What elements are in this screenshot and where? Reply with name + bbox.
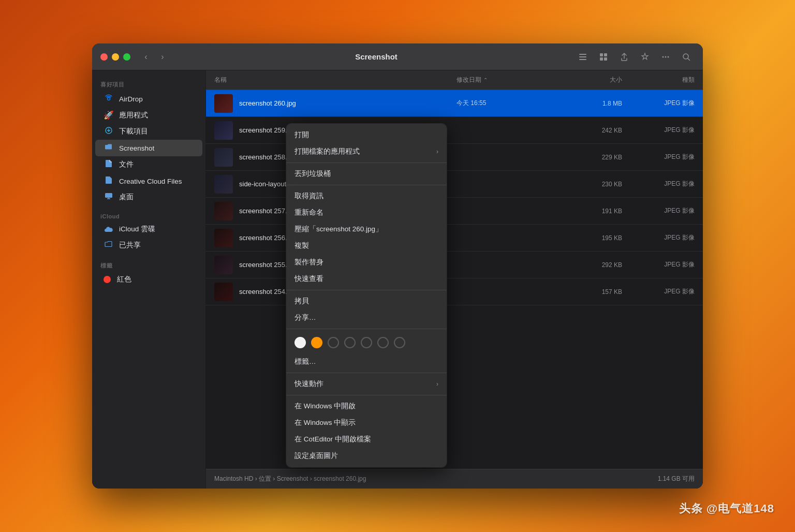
- file-kind: JPEG 影像: [622, 287, 695, 296]
- desktop-icon: [104, 193, 114, 202]
- creative-cloud-label: Creative Cloud Files: [119, 178, 182, 185]
- svg-point-8: [665, 56, 667, 57]
- ctx-copy[interactable]: 拷貝: [286, 293, 447, 309]
- ctx-trash-label: 丟到垃圾桶: [295, 169, 331, 179]
- list-view-button[interactable]: [575, 49, 591, 65]
- tag-clear-dot[interactable]: [328, 337, 339, 348]
- file-row[interactable]: screenshot 260.jpg 今天 16:55 1.8 MB JPEG …: [206, 90, 703, 117]
- col-header-size[interactable]: 大小: [570, 76, 622, 84]
- thumb-preview: [214, 283, 233, 301]
- shared-icon: [104, 240, 114, 250]
- ctx-quick-actions[interactable]: 快速動作 ›: [286, 376, 447, 392]
- sidebar-item-screenshot[interactable]: Screenshot: [95, 140, 202, 156]
- col-header-name[interactable]: 名稱: [214, 76, 457, 84]
- grid-view-button[interactable]: [595, 49, 612, 65]
- tag-red-label: 紅色: [117, 275, 131, 284]
- file-kind: JPEG 影像: [622, 126, 695, 135]
- ctx-share-label: 分享…: [295, 313, 316, 322]
- sidebar-item-shared[interactable]: 已共享: [95, 237, 202, 254]
- ctx-show-windows[interactable]: 在 Windows 中顯示: [286, 415, 447, 431]
- maximize-button[interactable]: [123, 53, 130, 61]
- minimize-button[interactable]: [112, 53, 119, 61]
- svg-rect-4: [604, 53, 607, 56]
- ctx-separator: [286, 373, 447, 373]
- ctx-trash[interactable]: 丟到垃圾桶: [286, 166, 447, 182]
- ctx-separator: [286, 395, 447, 395]
- file-thumbnail: [214, 94, 233, 113]
- file-row[interactable]: screenshot 255.jpg 292 KB JPEG 影像: [206, 252, 703, 278]
- ctx-open-with[interactable]: 打開檔案的應用程式 ›: [286, 143, 447, 160]
- nav-arrows: ‹ ›: [139, 50, 170, 64]
- tag-red-icon: [104, 276, 111, 283]
- ctx-make-alias[interactable]: 製作替身: [286, 254, 447, 271]
- storage-info: 1.14 GB 可用: [658, 475, 695, 483]
- file-row[interactable]: screenshot 259.jpg 242 KB JPEG 影像: [206, 117, 703, 144]
- apps-label: 應用程式: [119, 111, 148, 120]
- ctx-get-info[interactable]: 取得資訊: [286, 188, 447, 204]
- svg-rect-1: [579, 56, 586, 57]
- sidebar-item-tag-red[interactable]: 紅色: [95, 272, 202, 287]
- file-row[interactable]: screenshot 258.jpg 229 KB JPEG 影像: [206, 144, 703, 171]
- close-button[interactable]: [100, 53, 108, 61]
- share-button[interactable]: [616, 49, 632, 65]
- svg-rect-13: [105, 193, 112, 198]
- search-button[interactable]: [678, 49, 695, 65]
- favorites-label: 喜好項目: [92, 77, 205, 91]
- forward-button[interactable]: ›: [155, 50, 170, 64]
- ctx-quicklook[interactable]: 快速查看: [286, 271, 447, 287]
- more-button[interactable]: [657, 49, 674, 65]
- ctx-rename[interactable]: 重新命名: [286, 204, 447, 221]
- sidebar-item-documents[interactable]: 文件: [95, 156, 202, 173]
- ctx-tags-label[interactable]: 標籤…: [286, 353, 447, 370]
- col-header-date[interactable]: 修改日期 ⌃: [457, 76, 570, 84]
- back-button[interactable]: ‹: [139, 50, 153, 64]
- ctx-get-info-label: 取得資訊: [295, 191, 323, 201]
- breadcrumb: Macintosh HD › 位置 › Screenshot › screens…: [214, 475, 654, 483]
- ctx-tags-row: [286, 332, 447, 353]
- tags-label: 標籤: [92, 258, 205, 272]
- screenshot-folder-icon: [104, 143, 114, 153]
- file-kind: JPEG 影像: [622, 233, 695, 242]
- sidebar-item-downloads[interactable]: 下載項目: [95, 123, 202, 140]
- ctx-quicklook-label: 快速查看: [295, 274, 323, 284]
- file-row[interactable]: screenshot 256.jpg 195 KB JPEG 影像: [206, 225, 703, 252]
- file-row[interactable]: side-icon-layout.jpg 230 KB JPEG 影像: [206, 171, 703, 198]
- tag-orange-dot[interactable]: [311, 337, 322, 348]
- file-row[interactable]: screenshot 257.jpg 191 KB JPEG 影像: [206, 198, 703, 225]
- tag-clear-dot-4[interactable]: [377, 337, 389, 348]
- ctx-open[interactable]: 打開: [286, 127, 447, 143]
- file-thumbnail: [214, 148, 233, 167]
- file-row[interactable]: screenshot 254.jpg 157 KB JPEG 影像: [206, 278, 703, 305]
- ctx-open-with-label: 打開檔案的應用程式: [295, 147, 360, 156]
- sidebar-item-airdrop[interactable]: AirDrop: [95, 91, 202, 107]
- svg-rect-6: [604, 57, 607, 61]
- thumb-preview: [214, 175, 233, 194]
- tag-clear-dot-3[interactable]: [361, 337, 372, 348]
- apps-icon: 🚀: [104, 110, 114, 120]
- file-thumbnail: [214, 175, 233, 194]
- sidebar-item-apps[interactable]: 🚀 應用程式: [95, 107, 202, 123]
- ctx-set-desktop[interactable]: 設定桌面圖片: [286, 448, 447, 464]
- col-header-kind[interactable]: 種類: [622, 76, 695, 84]
- ctx-rename-label: 重新命名: [295, 208, 323, 217]
- file-area: 名稱 修改日期 ⌃ 大小 種類 screenshot 260.jpg 今天 16…: [206, 70, 703, 489]
- thumb-preview: [214, 256, 233, 274]
- sidebar-item-desktop[interactable]: 桌面: [95, 189, 202, 205]
- ctx-compress[interactable]: 壓縮「screenshot 260.jpg」: [286, 221, 447, 238]
- tag-button[interactable]: [637, 49, 653, 65]
- tag-clear-dot-2[interactable]: [344, 337, 356, 348]
- thumb-preview: [214, 229, 233, 247]
- sidebar-item-creative-cloud[interactable]: Creative Cloud Files: [95, 173, 202, 189]
- tag-white-dot[interactable]: [295, 337, 306, 348]
- ctx-open-coteditor[interactable]: 在 CotEditor 中開啟檔案: [286, 431, 447, 448]
- thumb-preview: [214, 148, 233, 167]
- ctx-share[interactable]: 分享…: [286, 309, 447, 326]
- file-size: 1.8 MB: [570, 100, 622, 107]
- documents-label: 文件: [119, 160, 134, 169]
- ctx-open-windows[interactable]: 在 Windows 中開啟: [286, 398, 447, 415]
- status-bar: Macintosh HD › 位置 › Screenshot › screens…: [206, 469, 703, 489]
- ctx-duplicate[interactable]: 複製: [286, 238, 447, 254]
- tag-clear-dot-5[interactable]: [394, 337, 405, 348]
- ctx-separator: [286, 185, 447, 185]
- sidebar-item-icloud-drive[interactable]: iCloud 雲碟: [95, 221, 202, 237]
